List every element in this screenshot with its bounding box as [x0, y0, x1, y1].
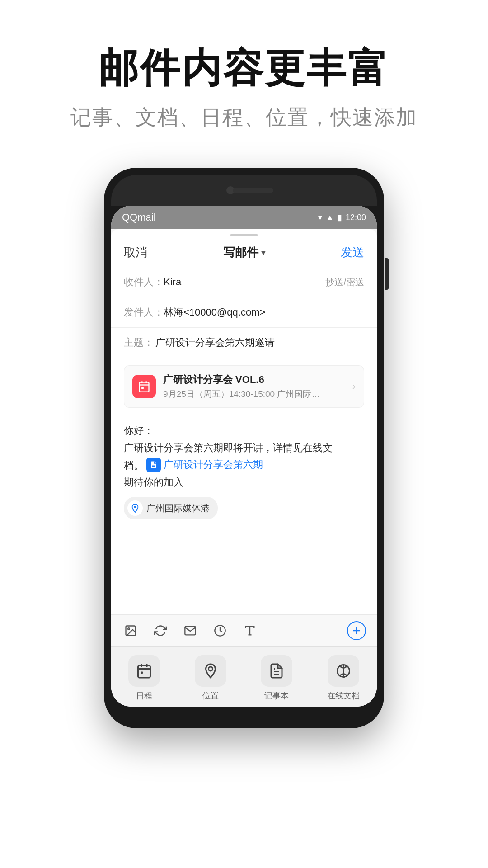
svg-rect-0	[140, 382, 149, 392]
from-value: 林海<10000@qq.com>	[164, 306, 364, 319]
speaker-notch	[233, 188, 273, 193]
from-field: 发件人： 林海<10000@qq.com>	[111, 297, 377, 328]
bottom-actions: 日程 位置	[111, 646, 377, 707]
action-doc[interactable]: 在线文档	[327, 655, 360, 701]
hero-subtitle: 记事、文档、日程、位置，快速添加	[0, 104, 488, 132]
image-icon[interactable]	[122, 622, 139, 639]
compose-nav: 取消 写邮件 ▾ 发送	[111, 236, 377, 267]
action-calendar-icon	[128, 655, 160, 687]
action-location[interactable]: 位置	[195, 655, 226, 701]
phone-outer: QQmail ▾ ▲ ▮ 12:00 取消 写邮件	[104, 168, 384, 728]
svg-point-7	[134, 506, 136, 508]
loop-icon[interactable]	[152, 622, 169, 639]
action-note[interactable]: 记事本	[261, 655, 292, 701]
status-bar: QQmail ▾ ▲ ▮ 12:00	[111, 206, 377, 229]
battery-icon: ▮	[338, 212, 342, 222]
text-format-icon[interactable]	[241, 622, 258, 639]
doc-svg	[150, 461, 158, 469]
location-pin-icon	[130, 503, 140, 513]
email-compose: 取消 写邮件 ▾ 发送 收件人： Kira 抄送/密送 发件人： 林海<10	[111, 236, 377, 707]
event-card[interactable]: 广研设计分享会 VOL.6 9月25日（周五）14:30-15:00 广州国际……	[124, 365, 364, 408]
to-value: Kira	[164, 276, 325, 288]
event-info: 广研设计分享会 VOL.6 9月25日（周五）14:30-15:00 广州国际…	[163, 373, 352, 400]
event-calendar-icon	[132, 375, 156, 398]
svg-rect-4	[141, 387, 144, 389]
signal-icon: ▲	[326, 213, 334, 222]
greeting: 你好：	[124, 425, 154, 436]
doc-link-text: 广研设计分享会第六期	[164, 456, 263, 473]
body-line3: 期待你的加入	[124, 476, 183, 488]
doc-icon	[146, 458, 161, 472]
action-location-icon	[195, 655, 226, 687]
subject-value: 广研设计分享会第六期邀请	[155, 336, 364, 349]
action-doc-label: 在线文档	[327, 690, 360, 701]
subject-field[interactable]: 主题： 广研设计分享会第六期邀请	[111, 328, 377, 358]
status-icons: ▾ ▲ ▮ 12:00	[318, 212, 366, 222]
hero-title: 邮件内容更丰富	[0, 45, 488, 91]
send-button[interactable]: 发送	[341, 245, 364, 260]
compose-title: 写邮件 ▾	[223, 245, 265, 260]
to-label: 收件人：	[124, 275, 164, 289]
phone-screen: QQmail ▾ ▲ ▮ 12:00 取消 写邮件	[111, 206, 377, 707]
event-chevron-icon: ›	[352, 381, 356, 392]
email-body[interactable]: 你好： 广研设计分享会第六期即将开讲，详情见在线文 档。	[111, 415, 377, 614]
action-calendar[interactable]: 日程	[128, 655, 160, 701]
svg-point-20	[208, 667, 212, 671]
calendar-svg	[138, 380, 150, 393]
wifi-icon: ▾	[318, 212, 322, 222]
action-note-icon	[261, 655, 292, 687]
location-chip[interactable]: 广州国际媒体港	[124, 497, 218, 519]
to-field[interactable]: 收件人： Kira 抄送/密送	[111, 267, 377, 297]
body-text: 你好： 广研设计分享会第六期即将开讲，详情见在线文 档。	[124, 422, 364, 491]
phone-wrapper: QQmail ▾ ▲ ▮ 12:00 取消 写邮件	[0, 168, 488, 728]
location-icon-wrap	[127, 500, 143, 516]
action-location-label: 位置	[202, 690, 219, 701]
action-note-label: 记事本	[264, 690, 289, 701]
side-button	[385, 258, 389, 290]
action-doc-icon	[328, 655, 359, 687]
cancel-button[interactable]: 取消	[124, 245, 147, 260]
plus-button[interactable]	[347, 621, 366, 640]
app-name: QQmail	[122, 212, 156, 223]
from-label: 发件人：	[124, 306, 164, 319]
body-line2: 档。	[124, 460, 144, 471]
event-title: 广研设计分享会 VOL.6	[163, 373, 352, 387]
body-line1: 广研设计分享会第六期即将开讲，详情见在线文	[124, 442, 333, 453]
action-calendar-label: 日程	[136, 690, 152, 701]
mail-icon[interactable]	[182, 622, 199, 639]
chevron-down-icon: ▾	[261, 248, 265, 258]
svg-rect-15	[138, 665, 150, 678]
subject-label: 主题：	[124, 336, 155, 349]
toolbar-icons	[122, 622, 258, 639]
drag-indicator	[111, 229, 377, 236]
clock-icon[interactable]	[211, 622, 229, 639]
svg-point-9	[128, 628, 130, 630]
compose-toolbar	[111, 614, 377, 646]
hero-section: 邮件内容更丰富 记事、文档、日程、位置，快速添加	[0, 0, 488, 159]
doc-link[interactable]: 广研设计分享会第六期	[146, 456, 263, 473]
svg-rect-19	[141, 672, 143, 674]
phone-notch	[111, 175, 377, 206]
location-chip-text: 广州国际媒体港	[146, 502, 210, 514]
event-detail: 9月25日（周五）14:30-15:00 广州国际…	[163, 388, 352, 400]
status-time: 12:00	[346, 213, 366, 222]
cc-button[interactable]: 抄送/密送	[325, 276, 364, 288]
